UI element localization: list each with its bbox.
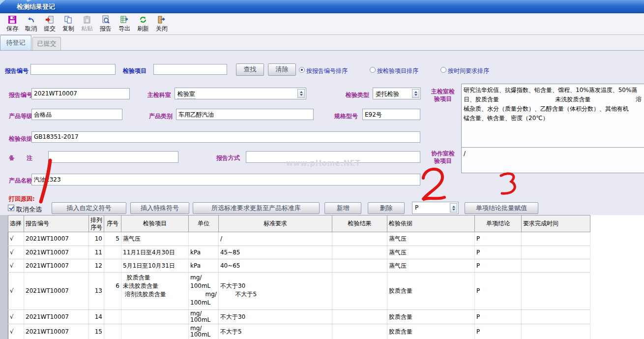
copy-button[interactable]: 复制 <box>59 15 78 34</box>
basis-field[interactable]: GB18351-2017 <box>31 131 420 143</box>
cell-seq <box>104 259 121 273</box>
insp-type-combo[interactable]: 委托检验 <box>373 88 421 99</box>
export-button[interactable]: 导出 <box>115 15 134 34</box>
save-button[interactable]: 保存 <box>3 15 22 34</box>
table-row[interactable]: √2021WT1000715mg/ 100mL不大于5胶质含量P <box>8 324 590 339</box>
table-row[interactable]: √2021WT100071111月1日至4月30日kPa45~85蒸气压P <box>8 246 590 259</box>
radio-sort-by-report-no[interactable] <box>299 67 305 73</box>
table-row[interactable]: √2021WT1000713 6 胶质含量 未洗胶质含量 溶剂洗胶质含量mg/ … <box>8 273 590 310</box>
table-row[interactable]: √2021WT10007125月1日至10月31日kPa40~65蒸气压P <box>8 259 590 273</box>
grade-field[interactable]: 合格品 <box>31 109 122 120</box>
col-select[interactable]: 选择 <box>8 216 24 232</box>
watermark: www.pHome.NET <box>286 159 360 168</box>
category-field[interactable]: 车用乙醇汽油 <box>176 109 314 120</box>
red-mark-2 <box>423 169 444 200</box>
search-report-no-label: 报告编号 <box>5 67 29 75</box>
cell-conclusion: P <box>474 259 521 273</box>
cell-item <box>121 310 189 324</box>
add-button[interactable]: 新增 <box>324 202 361 214</box>
spinner-icon[interactable] <box>297 89 305 98</box>
toolbar-button-label: 复制 <box>62 25 74 33</box>
refresh-button[interactable]: 刷新 <box>134 15 152 34</box>
col-due-time[interactable]: 要求完成时间 <box>521 216 590 232</box>
col-report-no[interactable]: 报告编号 <box>24 216 89 232</box>
find-button[interactable]: 查找 <box>236 63 264 76</box>
spinner-icon[interactable] <box>450 203 457 213</box>
cell-unit <box>189 232 219 246</box>
category-label: 产品类别 <box>149 112 173 121</box>
paste-button: 粘贴 <box>78 15 96 34</box>
report-no-field[interactable]: 2021WT10007 <box>31 88 130 99</box>
col-item[interactable]: 检验项目 <box>121 216 189 232</box>
dept-combo[interactable]: 检验室 <box>175 88 306 99</box>
delete-button[interactable]: 删除 <box>368 202 405 214</box>
uncheck-all-label[interactable]: 取消全选 <box>16 205 42 214</box>
product-name-label: 产品名称 <box>9 177 32 185</box>
cell-report_no: 2021WT10007 <box>24 324 89 339</box>
cell-due_time <box>521 246 590 259</box>
batch-value-combo[interactable]: P <box>412 202 459 214</box>
main-items-textarea[interactable]: 研究法辛烷值、抗爆指数、铅含量、馏程、10%蒸发温度、50%蒸 日、胶质含量 未… <box>461 84 644 148</box>
toolbar-button-label: 关闭 <box>156 25 168 33</box>
cell-unit: kPa <box>189 246 219 259</box>
clear-button[interactable]: 清除 <box>268 63 296 76</box>
batch-value-combo-value: P <box>415 204 418 211</box>
submit-button[interactable]: 提交 <box>40 15 59 34</box>
table-body: √2021WT10007105蒸气压/蒸气压P√2021WT100071111月… <box>8 232 590 339</box>
cell-seq <box>104 324 121 339</box>
remark-label: 备 注 <box>9 154 32 162</box>
search-item-label: 检验项目 <box>123 67 146 75</box>
search-report-no-input[interactable] <box>30 64 116 75</box>
radio-sort-by-item[interactable] <box>370 67 376 73</box>
remark-field[interactable] <box>48 151 178 163</box>
cell-unit: mg/ 100mL <box>189 324 219 339</box>
col-requirement[interactable]: 标准要求 <box>218 216 332 232</box>
radio-sort-by-time[interactable] <box>440 67 446 73</box>
cell-order_no: 12 <box>89 259 104 273</box>
cell-item: 胶质含量 未洗胶质含量 溶剂洗胶质含量 <box>121 273 189 310</box>
tab-submitted[interactable]: 已提交 <box>32 37 61 50</box>
uncheck-all-checkbox[interactable] <box>8 205 14 211</box>
col-conclusion[interactable]: 单项结论 <box>474 216 521 232</box>
radio-sort-by-report-no-label[interactable]: 按报告编号排序 <box>306 67 348 75</box>
report-button[interactable]: 报告 <box>96 15 115 34</box>
undo-button[interactable]: 取消 <box>22 15 40 34</box>
insert-special-symbol-button[interactable]: 插入特殊符号 <box>130 202 189 214</box>
toolbar-button-label: 报告 <box>100 25 112 33</box>
cell-requirement: / <box>218 232 332 246</box>
spinner-icon[interactable] <box>412 89 419 98</box>
dept-label: 主检科室 <box>147 91 171 99</box>
insert-custom-symbol-button[interactable]: 插入自定义符号 <box>52 202 126 214</box>
search-item-input[interactable] <box>153 64 227 75</box>
cell-unit: kPa <box>189 259 219 273</box>
radio-sort-by-time-label[interactable]: 按时间要求排序 <box>448 67 489 75</box>
cell-requirement: 不大于30 不大于5 <box>218 273 332 310</box>
cell-result <box>332 310 387 324</box>
cell-item: 11月1日至4月30日 <box>121 246 189 259</box>
product-name-field[interactable]: 汽油2323 <box>31 174 420 185</box>
report-mode-label: 报告方式 <box>216 154 240 162</box>
col-unit[interactable]: 单位 <box>189 216 219 232</box>
table-row[interactable]: √2021WT1000714mg/ 100mL不大于30胶质含量P <box>8 310 590 324</box>
toolbar: 保存 取消 提交 复制 <box>0 13 644 35</box>
titlebar: 检测结果登记 <box>0 0 644 13</box>
grade-label: 产品等级 <box>9 112 32 121</box>
coop-items-textarea[interactable]: / <box>461 147 644 173</box>
col-result[interactable]: 检验结果 <box>332 216 387 232</box>
batch-assign-button[interactable]: 单项结论批量赋值 <box>465 202 538 214</box>
toolbar-button-label: 导出 <box>118 25 130 33</box>
tab-pending[interactable]: 待登记 <box>0 35 31 50</box>
update-standard-button[interactable]: 所选标准要求更新至产品标准库 <box>193 202 320 214</box>
cell-due_time <box>521 324 590 339</box>
col-seq[interactable]: 序号 <box>104 216 121 232</box>
spec-field[interactable]: E92号 <box>362 109 420 120</box>
cell-order_no: 14 <box>89 310 104 324</box>
table-row[interactable]: √2021WT10007105蒸气压/蒸气压P <box>8 232 590 246</box>
basis-label: 检验依据 <box>9 135 32 143</box>
refresh-icon <box>139 15 147 24</box>
window-title: 检测结果登记 <box>17 2 55 11</box>
col-basis[interactable]: 检验依据 <box>387 216 474 232</box>
col-order-no[interactable]: 排列 序号 <box>89 216 104 232</box>
radio-sort-by-item-label[interactable]: 按检验项目排序 <box>377 67 418 75</box>
close-button[interactable]: 关闭 <box>152 15 171 34</box>
